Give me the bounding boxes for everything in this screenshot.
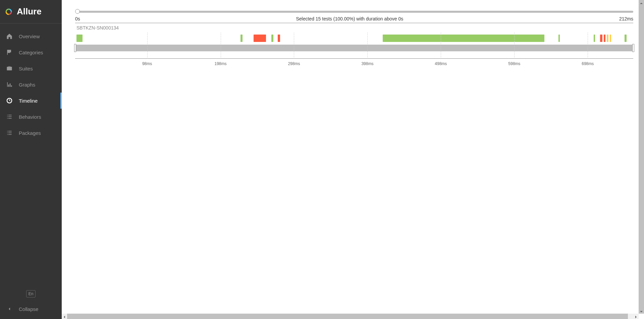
slider-track [77, 11, 633, 13]
briefcase-icon [6, 65, 13, 72]
gridline [588, 33, 588, 59]
range-start-label: 0s [75, 16, 80, 21]
gridline [294, 33, 294, 59]
sidebar-item-suites[interactable]: Suites [0, 60, 62, 76]
language-label: En [29, 291, 34, 296]
axis-tick-label: 698ms [582, 61, 594, 66]
sidebar-item-overview[interactable]: Overview [0, 28, 62, 44]
timeline-test-bar[interactable] [254, 35, 266, 42]
sidebar-item-label: Categories [19, 50, 43, 55]
timeline-test-bar[interactable] [594, 35, 595, 42]
timeline-test-bar[interactable] [383, 35, 544, 42]
timeline-test-bar[interactable] [625, 35, 627, 42]
sidebar-item-categories[interactable]: Categories [0, 44, 62, 60]
v-scroll-thumb[interactable] [639, 0, 644, 314]
main-content: 0s Selected 15 tests (100.00%) with dura… [62, 0, 644, 319]
gridline [441, 33, 441, 59]
gridline [147, 33, 148, 59]
gridline [221, 33, 221, 59]
timeline-test-bar[interactable] [278, 35, 280, 42]
brush-handle-left[interactable] [74, 44, 76, 52]
sidebar-item-label: Behaviors [19, 114, 41, 120]
sidebar: Allure Overview Categories Suites Graphs [0, 0, 62, 319]
bar-chart-icon [6, 81, 13, 88]
axis-tick-label: 598ms [508, 61, 520, 66]
axis-tick-label: 398ms [361, 61, 373, 66]
selection-summary: 0s Selected 15 tests (100.00%) with dura… [75, 15, 633, 23]
brush-handle-right[interactable] [632, 44, 634, 52]
sidebar-item-packages[interactable]: Packages [0, 125, 62, 141]
sidebar-item-label: Graphs [19, 82, 35, 88]
timeline-test-bar[interactable] [240, 35, 243, 42]
horizontal-scrollbar[interactable] [62, 314, 639, 319]
home-icon [6, 33, 13, 40]
duration-slider[interactable] [75, 10, 633, 13]
timeline-axis [75, 58, 633, 59]
collapse-button[interactable]: Collapse [0, 302, 62, 316]
collapse-label: Collapse [19, 306, 38, 312]
sidebar-item-label: Packages [19, 130, 41, 136]
timeline-chart: 98ms198ms298ms398ms498ms598ms698ms [75, 33, 633, 66]
list-icon [6, 129, 13, 136]
sidebar-item-behaviors[interactable]: Behaviors [0, 109, 62, 125]
brand-area: Allure [0, 0, 62, 23]
sidebar-bottom: En Collapse [0, 287, 62, 319]
scroll-up-icon [639, 1, 643, 5]
sidebar-item-graphs[interactable]: Graphs [0, 76, 62, 93]
gridline [514, 33, 515, 59]
sidebar-item-label: Overview [19, 34, 40, 39]
chevron-left-icon [6, 306, 13, 312]
timeline-host-label: SBTKZN-SN000134 [75, 23, 633, 32]
sidebar-item-timeline[interactable]: Timeline [0, 93, 62, 109]
language-selector[interactable]: En [26, 290, 36, 298]
scroll-down-icon [639, 309, 643, 313]
nav-list: Overview Categories Suites Graphs Timeli… [0, 23, 62, 287]
allure-logo-icon [5, 8, 12, 15]
timeline-test-bar[interactable] [610, 35, 611, 42]
range-end-label: 212ms [619, 16, 633, 21]
scroll-left-icon [62, 314, 66, 318]
timeline-test-bar[interactable] [76, 35, 83, 42]
scroll-right-icon [634, 314, 638, 318]
timeline-test-bar[interactable] [607, 35, 608, 42]
flag-icon [6, 49, 13, 56]
timeline-test-bar[interactable] [558, 35, 560, 42]
timeline-test-bar[interactable] [600, 35, 602, 42]
axis-tick-label: 298ms [288, 61, 300, 66]
axis-tick-label: 498ms [435, 61, 447, 66]
timeline-bar-row [75, 35, 633, 42]
slider-handle[interactable] [75, 9, 80, 14]
list-icon [6, 113, 13, 120]
vertical-scrollbar[interactable] [639, 0, 644, 314]
sidebar-item-label: Suites [19, 66, 33, 71]
axis-tick-label: 198ms [215, 61, 227, 66]
sidebar-item-label: Timeline [19, 98, 38, 104]
timeline-test-bar[interactable] [604, 35, 605, 42]
selection-text: Selected 15 tests (100.00%) with duratio… [296, 16, 403, 21]
timeline-brush-track[interactable] [75, 45, 633, 51]
brand-name: Allure [17, 6, 42, 17]
axis-tick-label: 98ms [142, 61, 152, 66]
h-scroll-thumb[interactable] [67, 314, 628, 319]
gridline [367, 33, 368, 59]
timeline-test-bar[interactable] [271, 35, 274, 42]
clock-icon [6, 97, 13, 104]
